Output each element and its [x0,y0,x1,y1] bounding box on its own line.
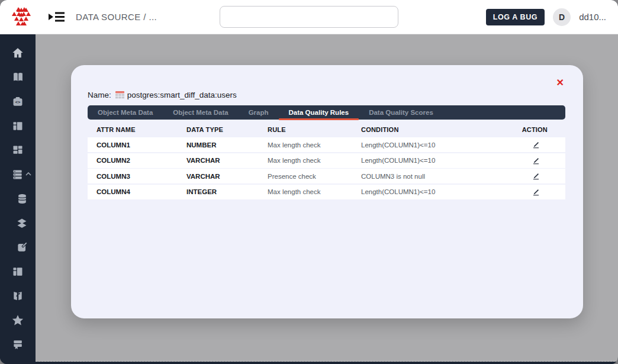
book-icon [12,71,24,83]
tab-graph[interactable]: Graph [239,105,279,120]
sidebar-item-layers[interactable] [0,211,36,235]
condition-cell: COLUMN3 is not null [361,173,518,180]
attr-name-cell: COLUMN1 [88,141,186,149]
log-a-bug-button[interactable]: LOG A BUG [486,9,545,25]
condition-cell: Length(COLUMN1)<=10 [361,141,518,149]
condition-cell: Length(COLUMN1)<=10 [361,188,518,195]
edit-rule-button[interactable] [532,188,540,197]
svg-text:<>: <> [15,99,21,104]
data-type-cell: VARCHAR [186,157,268,164]
search-input[interactable] [220,6,398,28]
dataset-name: postgres:smart_diff_data:users [127,91,237,99]
data-type-cell: VARCHAR [186,173,268,180]
sidebar-item-dashboard[interactable] [0,138,36,162]
layout-columns-icon [12,266,24,278]
database-icon [17,193,28,205]
sidebar-item-data-sources[interactable] [0,162,36,186]
sidebar-item-edit[interactable] [0,235,36,259]
sidebar-item-docs[interactable] [0,65,36,89]
rule-cell: Max length check [268,157,361,164]
server-bookmark-icon [12,339,24,350]
close-icon[interactable]: ✕ [556,78,564,88]
modal-tabbar: Object Meta Data Object Meta Data Graph … [88,105,565,120]
star-icon [11,314,24,327]
table-icon [115,91,124,99]
attr-name-cell: COLUMN2 [88,157,186,164]
sidebar-item-home[interactable] [0,41,36,65]
data-type-cell: NUMBER [186,141,268,149]
breadcrumb[interactable]: DATA SOURCE / ... [76,12,157,22]
table-row: COLUMN1 NUMBER Max length check Length(C… [88,137,565,152]
tab-object-meta-data-2[interactable]: Object Meta Data [163,105,238,120]
pencil-icon [532,140,540,149]
col-header-data-type: DATA TYPE [186,126,268,133]
pencil-icon [532,188,540,197]
chevron-up-icon[interactable] [25,170,32,178]
sidebar-item-layout-2[interactable] [0,259,36,284]
col-header-action: ACTION [518,126,565,133]
app-logo-icon[interactable] [12,6,33,28]
edit-rule-button[interactable] [532,156,540,165]
code-frame-icon: <> [12,96,24,108]
sidebar-item-layout[interactable] [0,114,36,138]
rule-cell: Presence check [268,173,361,180]
attr-name-cell: COLUMN3 [88,173,186,180]
home-icon [11,47,24,60]
tab-data-quality-rules[interactable]: Data Quality Rules [279,105,359,120]
avatar[interactable]: D [553,8,571,26]
dashboard-grid-icon [12,144,24,156]
sidebar: <> [0,34,36,362]
book-arrow-icon [12,290,24,302]
col-header-condition: CONDITION [361,126,518,133]
pencil-icon [532,172,540,181]
dataset-name-row: Name: postgres:smart_diff_data:users [88,65,566,99]
indent-menu-icon[interactable] [49,11,65,22]
topbar-right: LOG A BUG D dd10... [486,8,606,26]
content-area: ✕ Name: postgres:smart_diff_data:users O… [36,34,618,362]
col-header-attr-name: ATTR NAME [88,126,186,133]
attr-name-cell: COLUMN4 [88,188,186,195]
data-type-cell: INTEGER [186,188,268,195]
edit-rule-button[interactable] [532,140,540,149]
table-row: COLUMN3 VARCHAR Presence check COLUMN3 i… [88,169,565,183]
sidebar-item-favorites[interactable] [0,308,36,332]
sidebar-item-glossary[interactable] [0,284,36,308]
server-rack-icon [12,169,24,181]
top-bar: DATA SOURCE / ... LOG A BUG D dd10... [0,0,618,34]
table-row: COLUMN4 INTEGER Max length check Length(… [88,185,565,199]
tab-data-quality-scores[interactable]: Data Quality Scores [359,105,443,120]
sidebar-item-database[interactable] [0,186,36,211]
name-label: Name: [88,91,111,99]
table-row: COLUMN2 VARCHAR Max length check Length(… [88,153,565,168]
sidebar-item-code[interactable]: <> [0,89,36,114]
sidebar-item-server-tag[interactable] [0,332,36,356]
pencil-icon [532,156,540,165]
col-header-rule: RULE [268,126,361,133]
layers-icon [16,217,28,229]
dataset-detail-modal: ✕ Name: postgres:smart_diff_data:users O… [71,65,583,318]
condition-cell: Length(COLUMN1)<=10 [361,157,518,164]
layout-left-icon [12,120,24,132]
rule-cell: Max length check [268,141,361,149]
rule-cell: Max length check [268,188,361,195]
tab-object-meta-data-1[interactable]: Object Meta Data [88,105,163,120]
app-window: DATA SOURCE / ... LOG A BUG D dd10... <> [0,0,618,364]
edit-note-icon [17,241,28,253]
table-header-row: ATTR NAME DATA TYPE RULE CONDITION ACTIO… [88,121,565,137]
window-bottom-edge [0,362,618,364]
edit-rule-button[interactable] [532,172,540,181]
rules-table: ATTR NAME DATA TYPE RULE CONDITION ACTIO… [88,121,565,199]
username[interactable]: dd10... [579,12,606,22]
